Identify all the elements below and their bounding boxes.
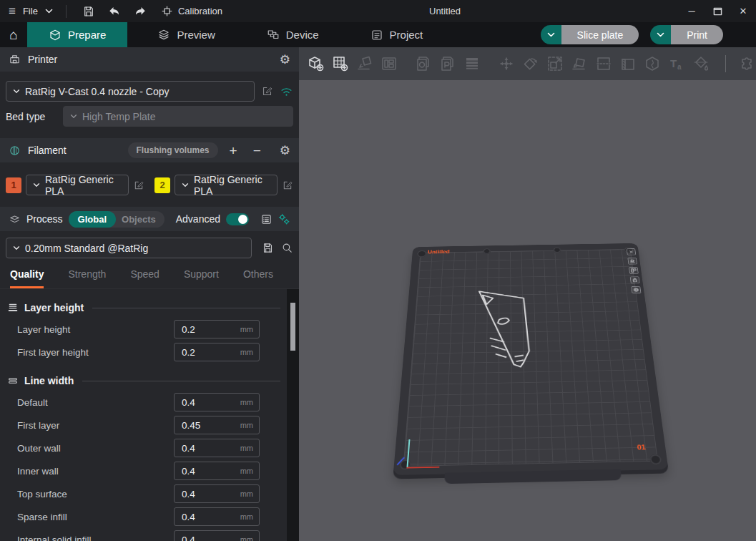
filament-2-badge[interactable]: 2 [154, 177, 170, 193]
mesh-boolean-button[interactable] [642, 54, 662, 74]
edit-filament-2-icon[interactable] [282, 180, 293, 191]
edit-filament-1-icon[interactable] [133, 180, 144, 191]
maximize-button[interactable] [705, 0, 730, 22]
printer-settings-gear-icon[interactable]: ⚙ [280, 54, 290, 66]
project-icon [370, 29, 383, 42]
layer-height-icon [7, 302, 19, 313]
split-to-parts-button[interactable] [438, 54, 457, 74]
scale-icon [546, 55, 564, 72]
cut-button[interactable] [594, 54, 613, 74]
tab-preview[interactable]: Preview [136, 22, 236, 47]
scope-objects-button[interactable]: Objects [116, 211, 165, 228]
line-width-inner-wall-input[interactable]: 0.4 mm [174, 462, 260, 480]
axes-indicator [403, 437, 448, 470]
slice-options-dropdown[interactable] [541, 25, 561, 44]
print-button[interactable]: Print [671, 25, 723, 44]
search-settings-icon[interactable] [281, 242, 293, 254]
advanced-label: Advanced [176, 213, 220, 225]
line-width-default-input[interactable]: 0.4 mm [174, 393, 260, 411]
lock-plate-icon[interactable] [630, 276, 640, 283]
tab-prepare[interactable]: Prepare [27, 22, 127, 47]
filament-1-badge[interactable]: 1 [6, 177, 21, 193]
window-title: Untitled [429, 6, 461, 16]
add-filament-button[interactable]: + [225, 144, 242, 157]
ratrig-logo-model[interactable] [471, 286, 547, 374]
scrollbar-thumb[interactable] [290, 303, 295, 351]
rotate-button[interactable] [521, 54, 540, 74]
calibration-button[interactable]: Calibration [161, 5, 222, 17]
chevron-down-icon[interactable] [45, 9, 53, 14]
viewport-toolbar: Ta [299, 47, 756, 80]
scope-global-button[interactable]: Global [69, 211, 116, 228]
file-menu[interactable]: File [23, 6, 38, 16]
move-button[interactable] [496, 54, 516, 74]
orient-plate-icon[interactable] [627, 258, 637, 265]
tab-project[interactable]: Project [349, 22, 445, 47]
process-preset-dropdown[interactable]: 0.20mm Standard @RatRig [6, 238, 252, 258]
chevron-down-icon [182, 183, 189, 187]
arrange-button[interactable] [379, 54, 398, 74]
param-unit: mm [240, 398, 253, 406]
scrollbar[interactable] [287, 289, 299, 541]
flatten-button[interactable] [569, 54, 589, 74]
line-width-internal-solid-infill-input[interactable]: 0.4 mm [174, 530, 260, 541]
line-width-first-layer-input[interactable]: 0.45 mm [174, 416, 260, 434]
filament-1-dropdown[interactable]: RatRig Generic PLA [26, 175, 129, 195]
add-icon [308, 55, 325, 72]
plate-settings-icon[interactable] [631, 286, 641, 293]
color-paint-button[interactable] [691, 54, 710, 74]
remove-filament-button[interactable]: − [249, 144, 265, 157]
split-to-objects-button[interactable] [413, 54, 433, 74]
printer-section-title: Printer [28, 54, 57, 65]
save-button[interactable] [79, 4, 98, 19]
layer-height-input[interactable]: 0.2 mm [174, 320, 260, 338]
edit-printer-icon[interactable] [261, 85, 273, 97]
scale-button[interactable] [545, 54, 564, 74]
home-button[interactable]: ⌂ [0, 22, 27, 47]
filament-settings-gear-icon[interactable]: ⚙ [280, 145, 290, 157]
tab-others[interactable]: Others [243, 268, 273, 288]
preset-list-icon[interactable] [260, 213, 273, 225]
add-button[interactable] [306, 54, 325, 74]
build-plate[interactable]: Untitled 01 ✕ [393, 243, 669, 475]
delete-plate-icon[interactable]: ✕ [627, 248, 636, 255]
text-button[interactable]: Ta [667, 54, 686, 74]
param-row: Inner wall 0.4 mm [0, 459, 299, 482]
bed-type-dropdown[interactable]: High Temp Plate [63, 106, 293, 127]
auto-orient-button[interactable] [355, 54, 374, 74]
param-value: 0.4 [182, 535, 240, 541]
first-layer-height-input[interactable]: 0.2 mm [174, 343, 260, 361]
flushing-volumes-button[interactable]: Flushing volumes [128, 142, 218, 158]
arrange-icon [381, 55, 398, 72]
variable-layer-height-button[interactable] [462, 54, 481, 74]
line-width-outer-wall-input[interactable]: 0.4 mm [174, 439, 260, 457]
process-icon [9, 213, 21, 225]
tab-support[interactable]: Support [184, 268, 219, 288]
compare-presets-icon[interactable] [278, 213, 290, 225]
slice-plate-button[interactable]: Slice plate [561, 25, 639, 44]
menu-icon[interactable]: ≡ [9, 5, 16, 17]
tab-speed[interactable]: Speed [130, 268, 159, 288]
print-options-dropdown[interactable] [650, 25, 671, 44]
save-preset-icon[interactable] [262, 242, 274, 254]
line-width-top-surface-input[interactable]: 0.4 mm [174, 484, 260, 503]
support-paint-button[interactable] [618, 54, 637, 74]
minimize-button[interactable]: ─ [679, 0, 705, 22]
close-button[interactable]: ✕ [730, 0, 756, 22]
scene-3d[interactable]: Untitled 01 ✕ [299, 80, 756, 541]
assembly-view-button[interactable] [737, 54, 756, 74]
add-plate-button[interactable] [330, 54, 350, 74]
divider [66, 5, 67, 18]
filament-2-dropdown[interactable]: RatRig Generic PLA [175, 175, 278, 195]
advanced-toggle[interactable] [226, 213, 249, 225]
line-width-sparse-infill-input[interactable]: 0.4 mm [174, 507, 260, 526]
tab-quality[interactable]: Quality [10, 268, 44, 288]
undo-button[interactable] [105, 4, 124, 19]
redo-button[interactable] [131, 4, 149, 19]
tab-strength[interactable]: Strength [68, 268, 106, 288]
arrange-plate-icon[interactable] [629, 267, 639, 274]
tab-device[interactable]: Device [245, 22, 340, 47]
printer-preset-dropdown[interactable]: RatRig V-Cast 0.4 nozzle - Copy [6, 81, 255, 102]
param-value: 0.4 [182, 512, 240, 522]
wifi-connection-icon[interactable] [280, 86, 293, 97]
